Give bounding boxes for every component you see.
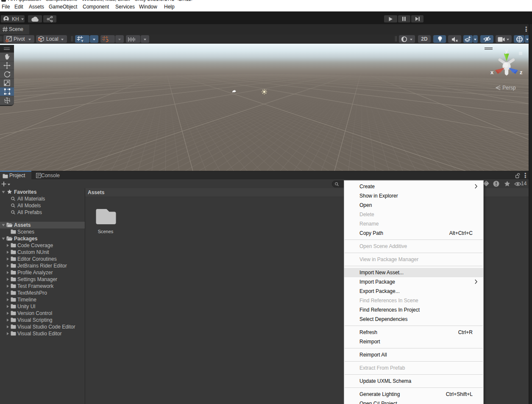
svg-text:Y: Y bbox=[81, 39, 84, 42]
svg-text:y: y bbox=[505, 47, 508, 54]
svg-text:z: z bbox=[520, 69, 523, 75]
svg-text:x: x bbox=[490, 69, 494, 75]
